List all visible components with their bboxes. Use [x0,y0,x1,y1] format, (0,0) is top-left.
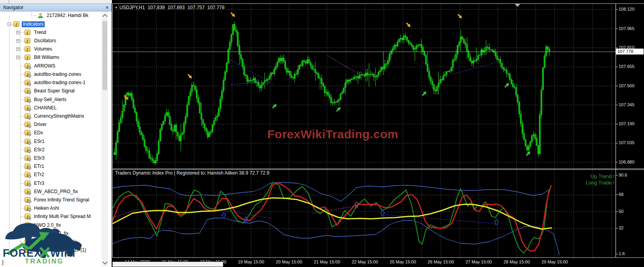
navigator-item[interactable]: +fOscillators [0,37,102,45]
navigator-item[interactable]: +fTrend [0,28,102,37]
tree-line [20,124,24,125]
navigator-item[interactable]: fautofibo-trading-zones [0,70,102,79]
navigator-item-label: EW_ABCD_PRO_fix [34,189,78,195]
price-axis-label: 107.965 [619,26,635,31]
current-price-value: 107.778 [618,49,633,54]
navigator-item-label: autofibo-trading-zones-1 [34,80,85,86]
navigator-item-label: Indicators [22,21,45,27]
tree-line [20,192,24,192]
ohlc-open: 107.839 [147,5,164,10]
tree-line [20,175,24,175]
navigator-item[interactable]: fESr1 [0,137,102,146]
custom-indicator-badge [28,124,32,128]
mt4-window: ▼USDJPY,H1107.839107.893107.757107.778 F… [0,0,644,267]
navigator-item[interactable]: fESr2 [0,146,102,154]
navigator-item-label: autofibo-trading-zones [34,71,81,77]
expand-icon[interactable]: + [16,56,20,59]
scrollbar-thumb[interactable] [102,21,107,90]
scroll-up-icon[interactable] [102,14,108,19]
navigator-scrollbar[interactable] [102,11,108,267]
custom-indicator-badge [28,166,32,170]
navigator-item-label: Buy-Sell_Alerts [34,97,66,103]
indicator-icon: f [25,155,30,161]
navigator-item[interactable]: fEDx [0,129,102,137]
indicator-icon: f [25,105,30,111]
chart-dropdown-icon[interactable]: ▼ [115,6,118,9]
expand-icon[interactable]: + [16,39,20,43]
indicator-icon: f [25,205,30,211]
tree-line [20,57,24,58]
navigator-item[interactable]: fETr3 [0,179,102,188]
navigator-item-label: ETr3 [34,181,44,186]
tree-line [20,116,24,117]
stray-bracket: ] [2,259,4,265]
tree-line [31,15,37,16]
navigator-item-label: Trend [34,30,46,36]
long-trade-label: Long Trade [585,180,612,186]
navigator-item-label: ESr1 [34,139,45,145]
navigator-item[interactable]: fCurrencyStrengthMatrix [0,112,102,120]
navigator-item[interactable]: fHeiken Ashi [0,204,102,212]
indicator-icon: f [25,147,30,152]
tree-line [20,100,24,100]
scroll-down-icon[interactable] [102,259,108,265]
toolbar-strip [0,0,112,4]
navigator-titlebar[interactable]: Navigator × [0,4,111,11]
navigator-item[interactable]: fBuy-Sell_Alerts [0,96,102,104]
price-axis-label: 107.500 [619,83,635,88]
expand-icon[interactable]: + [16,31,20,34]
tree-line [20,158,24,159]
navigator-item[interactable]: +fBill Williams [0,53,102,62]
navigator-item-label: CurrencyStrengthMatrix [34,113,84,119]
navigator-item[interactable]: fETr1 [0,162,102,171]
navigator-item[interactable]: fCHANNEL [0,104,102,112]
collapse-icon[interactable]: − [8,23,11,26]
indicator-icon: f [25,181,30,186]
navigator-item[interactable]: +fVolumes [0,45,102,53]
indicator-icon: f [25,55,30,60]
navigator-item[interactable]: fDriver [0,120,102,129]
custom-indicator-badge [28,91,32,95]
navigator-item-label: Volumes [34,46,52,52]
time-axis-label: 29 May 15:00 [542,259,568,264]
price-axis-label: 107.190 [619,121,635,126]
navigator-item-label: ETr2 [34,172,44,178]
time-axis-label: 21 May 15:00 [314,259,340,264]
chart-symbol: USDJPY,H1 [119,5,145,10]
close-icon[interactable]: × [106,4,109,11]
navigator-title: Navigator [3,5,23,10]
navigator-item[interactable]: fForex Infinity Trend Signal [0,196,102,204]
navigator-item[interactable]: fEW_ABCD_PRO_fix [0,188,102,196]
tree-line [20,133,24,134]
navigator-item[interactable]: fBeast Super Signal [0,87,102,95]
up-trend-label: Up Trend [591,173,612,179]
tdi-status: Up Trend↑ Long Trade↑ [526,173,615,186]
tree-line [20,200,24,201]
docked-window-sliver[interactable] [112,261,223,267]
account-icon [38,13,43,19]
navigator-item-label: Driver [34,122,47,128]
time-axis-label: 19 May 15:00 [238,259,264,264]
navigator-item[interactable]: 2172842: Hamdi Bk [0,11,102,20]
tree-line [20,41,24,41]
indicator-icon: f [25,197,30,203]
indicator-icon: f [25,189,30,194]
logo-word-trading: TRADING [25,258,64,265]
navigator-item[interactable]: fautofibo-trading-zones-1 [0,79,102,87]
watermark: ForexWikiTrading.com [267,128,398,141]
expand-icon[interactable]: + [16,47,20,51]
tree-line [20,183,24,184]
tdi-status-trade: Long Trade↑ [526,179,615,186]
navigator-item[interactable]: fESr3 [0,154,102,162]
tree-line [20,49,24,50]
tree-line [20,166,24,167]
ohlc-low: 107.757 [187,5,204,10]
navigator-item[interactable]: −fIndicators [0,20,102,28]
navigator-item[interactable]: fETr2 [0,171,102,179]
navigator-item[interactable]: fARROWS [0,62,102,70]
ohlc-high: 107.893 [168,5,185,10]
forexwiki-logo: FOREX WIKI TRADING [2,216,95,266]
tdi-status-trend: Up Trend↑ [526,173,615,179]
tdi-scale-label: 50 [619,209,623,214]
time-axis-label: 25 May 15:00 [390,259,416,264]
